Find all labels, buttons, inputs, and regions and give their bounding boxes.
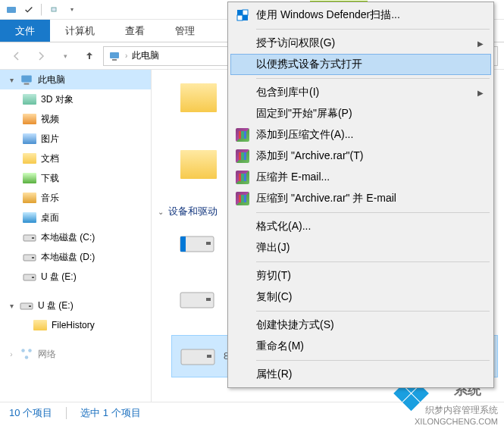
tab-computer[interactable]: 计算机 — [50, 20, 110, 42]
svg-rect-0 — [7, 7, 16, 13]
svg-rect-1 — [52, 8, 56, 11]
folder-pictures-icon — [23, 132, 36, 146]
menu-separator — [256, 261, 490, 262]
sidebar-item-local-disk-c[interactable]: 本地磁盘 (C:) — [0, 227, 151, 247]
sidebar-item-3d-objects[interactable]: 3D 对象 — [0, 89, 151, 109]
folder-item[interactable] — [180, 150, 217, 179]
menu-item-label: 复制(C) — [256, 290, 292, 304]
qat-divider — [41, 4, 42, 16]
sidebar-item-label: FileHistory — [52, 320, 95, 330]
folder-3d-icon — [23, 92, 36, 106]
svg-rect-23 — [207, 355, 211, 358]
qat-dropdown-icon[interactable] — [45, 2, 63, 18]
svg-rect-11 — [32, 277, 34, 278]
sidebar-item-desktop[interactable]: 桌面 — [0, 208, 151, 227]
folder-icon — [33, 318, 47, 332]
svg-rect-25 — [243, 10, 248, 15]
sidebar-item-label: 文档 — [41, 152, 59, 165]
status-items-count: 10 个项目 — [9, 406, 52, 420]
menu-item-copy[interactable]: 复制(C) — [230, 287, 491, 308]
sidebar-item-this-pc[interactable]: ▾ 此电脑 — [0, 70, 151, 89]
folder-downloads-icon — [23, 171, 36, 185]
nav-back-button[interactable] — [6, 45, 27, 67]
sidebar-item-videos[interactable]: 视频 — [0, 109, 151, 129]
menu-item-defender-scan[interactable]: 使用 Windows Defender扫描... — [230, 5, 491, 26]
tab-manage[interactable]: 管理 — [160, 20, 210, 42]
sidebar-item-udisk-e[interactable]: U 盘 (E:) — [0, 267, 151, 287]
chevron-right-icon: ▶ — [477, 89, 484, 97]
pc-icon — [20, 73, 33, 86]
sidebar: ▾ 此电脑 3D 对象 视频 图片 文档 下载 音乐 — [0, 70, 152, 402]
svg-rect-7 — [32, 237, 34, 239]
tab-file[interactable]: 文件 — [0, 20, 50, 42]
menu-item-grant-access[interactable]: 授予访问权限(G) ▶ — [230, 33, 491, 54]
menu-item-add-archive-rar[interactable]: 添加到 "Archive.rar"(T) — [230, 146, 491, 167]
menu-separator — [256, 29, 490, 30]
sidebar-item-music[interactable]: 音乐 — [0, 188, 151, 208]
menu-item-label: 添加到压缩文件(A)... — [256, 128, 353, 142]
network-icon — [20, 347, 33, 361]
shield-icon — [235, 8, 250, 23]
tab-view[interactable]: 查看 — [110, 20, 160, 42]
drive-icon — [179, 230, 215, 256]
watermark-cms: 织梦内容管理系统 — [425, 404, 498, 417]
menu-item-label: 固定到"开始"屏幕(P) — [256, 107, 352, 121]
menu-item-label: 属性(R) — [256, 368, 292, 381]
menu-item-label: 剪切(T) — [256, 269, 291, 283]
chevron-down-icon: ▾ — [8, 302, 15, 310]
qat-properties-icon[interactable] — [20, 2, 38, 18]
svg-rect-9 — [32, 257, 34, 258]
menu-item-label: 以便携式设备方式打开 — [256, 58, 362, 71]
menu-separator — [256, 360, 490, 361]
menu-item-compress-email[interactable]: 压缩并 E-mail... — [230, 167, 491, 188]
sidebar-item-documents[interactable]: 文档 — [0, 149, 151, 168]
pc-icon — [108, 50, 121, 62]
sidebar-item-udisk-e-root[interactable]: ▾ U 盘 (E:) — [0, 296, 151, 315]
menu-item-compress-rar-email[interactable]: 压缩到 "Archive.rar" 并 E-mail — [230, 188, 491, 209]
category-label: 设备和驱动 — [168, 205, 218, 218]
svg-rect-26 — [237, 15, 243, 20]
nav-up-button[interactable] — [79, 45, 100, 67]
sidebar-item-label: 3D 对象 — [41, 93, 74, 106]
menu-item-rename[interactable]: 重命名(M) — [230, 336, 491, 357]
menu-item-label: 使用 Windows Defender扫描... — [256, 8, 400, 22]
menu-item-eject[interactable]: 弹出(J) — [230, 237, 491, 258]
sidebar-item-local-disk-d[interactable]: 本地磁盘 (D:) — [0, 247, 151, 267]
usb-drive-icon — [20, 299, 33, 312]
svg-rect-24 — [237, 10, 243, 15]
svg-rect-13 — [29, 305, 31, 307]
menu-item-format[interactable]: 格式化(A)... — [230, 216, 491, 237]
folder-item[interactable] — [180, 83, 217, 112]
svg-rect-3 — [112, 59, 117, 61]
menu-item-cut[interactable]: 剪切(T) — [230, 265, 491, 287]
nav-forward-button[interactable] — [30, 45, 52, 67]
usb-drive-icon — [180, 343, 216, 369]
sidebar-item-label: U 盘 (E:) — [41, 271, 77, 283]
menu-item-label: 创建快捷方式(S) — [256, 318, 334, 332]
menu-item-pin-start[interactable]: 固定到"开始"屏幕(P) — [230, 103, 491, 124]
menu-item-properties[interactable]: 属性(R) — [230, 364, 491, 385]
menu-item-label: 授予访问权限(G) — [256, 36, 335, 50]
sidebar-item-label: 下载 — [41, 172, 59, 185]
menu-separator — [256, 212, 490, 213]
menu-item-include-library[interactable]: 包含到库中(I) ▶ — [230, 82, 491, 103]
svg-rect-5 — [24, 83, 30, 85]
sidebar-item-label: 桌面 — [41, 211, 59, 224]
winrar-icon — [235, 149, 250, 164]
sidebar-item-downloads[interactable]: 下载 — [0, 168, 151, 188]
sidebar-item-filehistory[interactable]: FileHistory — [0, 315, 151, 335]
menu-item-create-shortcut[interactable]: 创建快捷方式(S) — [230, 315, 491, 336]
folder-documents-icon — [23, 152, 36, 165]
menu-item-label: 压缩到 "Archive.rar" 并 E-mail — [256, 192, 396, 205]
chevron-right-icon: › — [8, 350, 15, 359]
sidebar-item-network[interactable]: › 网络 — [0, 344, 151, 364]
svg-rect-18 — [180, 236, 186, 252]
nav-recent-dropdown[interactable]: ▾ — [55, 45, 76, 67]
menu-item-open-portable[interactable]: 以便携式设备方式打开 — [230, 54, 491, 75]
sidebar-item-pictures[interactable]: 图片 — [0, 129, 151, 149]
menu-item-add-archive[interactable]: 添加到压缩文件(A)... — [230, 124, 491, 146]
qat-customize-icon[interactable]: ▾ — [63, 2, 81, 18]
status-separator — [66, 407, 67, 419]
menu-item-label: 弹出(J) — [256, 241, 290, 255]
sidebar-item-label: U 盘 (E:) — [38, 299, 74, 312]
